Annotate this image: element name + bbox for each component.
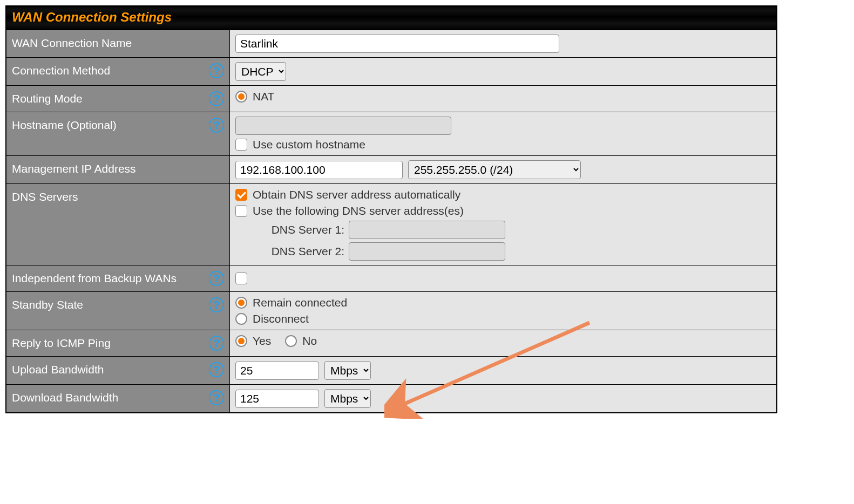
help-icon[interactable]: ? bbox=[209, 297, 224, 312]
mgmt-mask-select[interactable]: 255.255.255.0 (/24) bbox=[408, 160, 581, 179]
standby-disconnect-radio[interactable] bbox=[235, 313, 247, 325]
upload-bw-unit-select[interactable]: Mbps bbox=[324, 361, 371, 380]
help-icon[interactable]: ? bbox=[209, 63, 224, 78]
use-custom-hostname-label: Use custom hostname bbox=[253, 138, 365, 151]
help-icon[interactable]: ? bbox=[209, 91, 224, 106]
standby-disconnect-label: Disconnect bbox=[253, 312, 309, 325]
routing-nat-radio[interactable] bbox=[235, 91, 247, 103]
icmp-yes-label: Yes bbox=[253, 335, 271, 348]
help-icon[interactable]: ? bbox=[209, 336, 224, 351]
label-backup-wan: Independent from Backup WANs ? bbox=[6, 265, 230, 291]
row-standby: Standby State ? Remain connected Disconn… bbox=[6, 291, 776, 330]
label-dns: DNS Servers bbox=[6, 184, 230, 265]
row-icmp: Reply to ICMP Ping ? Yes No bbox=[6, 330, 776, 356]
dns-auto-label: Obtain DNS server address automatically bbox=[253, 188, 460, 201]
dns2-input[interactable] bbox=[349, 242, 505, 261]
dns1-label: DNS Server 1: bbox=[263, 223, 344, 236]
wan-settings-panel: WAN Connection Settings WAN Connection N… bbox=[5, 5, 777, 413]
mgmt-ip-input[interactable] bbox=[235, 161, 403, 179]
download-bw-unit-select[interactable]: Mbps bbox=[324, 389, 371, 408]
row-dns: DNS Servers Obtain DNS server address au… bbox=[6, 183, 776, 265]
help-icon[interactable]: ? bbox=[209, 271, 224, 286]
label-hostname: Hostname (Optional) ? bbox=[6, 112, 230, 155]
label-routing-mode: Routing Mode ? bbox=[6, 86, 230, 112]
help-icon[interactable]: ? bbox=[209, 362, 224, 377]
label-mgmt-ip: Management IP Address bbox=[6, 156, 230, 183]
row-wan-name: WAN Connection Name bbox=[6, 30, 776, 57]
row-hostname: Hostname (Optional) ? Use custom hostnam… bbox=[6, 112, 776, 155]
icmp-no-label: No bbox=[302, 335, 317, 348]
dns2-label: DNS Server 2: bbox=[263, 245, 344, 258]
label-icmp: Reply to ICMP Ping ? bbox=[6, 330, 230, 356]
dns-manual-label: Use the following DNS server address(es) bbox=[253, 205, 464, 217]
standby-remain-label: Remain connected bbox=[253, 296, 347, 309]
upload-bw-input[interactable] bbox=[235, 362, 319, 380]
row-upload-bw: Upload Bandwidth ? Mbps bbox=[6, 356, 776, 384]
standby-remain-radio[interactable] bbox=[235, 297, 247, 309]
dns-auto-checkbox[interactable] bbox=[235, 189, 247, 201]
label-standby: Standby State ? bbox=[6, 292, 230, 330]
icmp-no-radio[interactable] bbox=[285, 335, 297, 347]
conn-method-select[interactable]: DHCP bbox=[235, 62, 286, 81]
row-conn-method: Connection Method ? DHCP bbox=[6, 57, 776, 85]
panel-title: WAN Connection Settings bbox=[6, 6, 776, 30]
row-download-bw: Download Bandwidth ? Mbps bbox=[6, 384, 776, 412]
row-backup-wan: Independent from Backup WANs ? bbox=[6, 265, 776, 291]
row-mgmt-ip: Management IP Address 255.255.255.0 (/24… bbox=[6, 155, 776, 183]
hostname-input[interactable] bbox=[235, 117, 451, 135]
wan-name-input[interactable] bbox=[235, 35, 559, 53]
routing-nat-label: NAT bbox=[253, 90, 274, 103]
dns1-input[interactable] bbox=[349, 221, 505, 239]
label-wan-name: WAN Connection Name bbox=[6, 30, 230, 57]
help-icon[interactable]: ? bbox=[209, 118, 224, 133]
label-upload-bw: Upload Bandwidth ? bbox=[6, 357, 230, 384]
download-bw-input[interactable] bbox=[235, 390, 319, 408]
backup-wan-checkbox[interactable] bbox=[235, 273, 247, 284]
help-icon[interactable]: ? bbox=[209, 390, 224, 405]
icmp-yes-radio[interactable] bbox=[235, 335, 247, 347]
row-routing-mode: Routing Mode ? NAT bbox=[6, 85, 776, 112]
dns-manual-checkbox[interactable] bbox=[235, 205, 247, 217]
label-download-bw: Download Bandwidth ? bbox=[6, 385, 230, 412]
label-conn-method: Connection Method ? bbox=[6, 58, 230, 85]
use-custom-hostname-checkbox[interactable] bbox=[235, 139, 247, 151]
